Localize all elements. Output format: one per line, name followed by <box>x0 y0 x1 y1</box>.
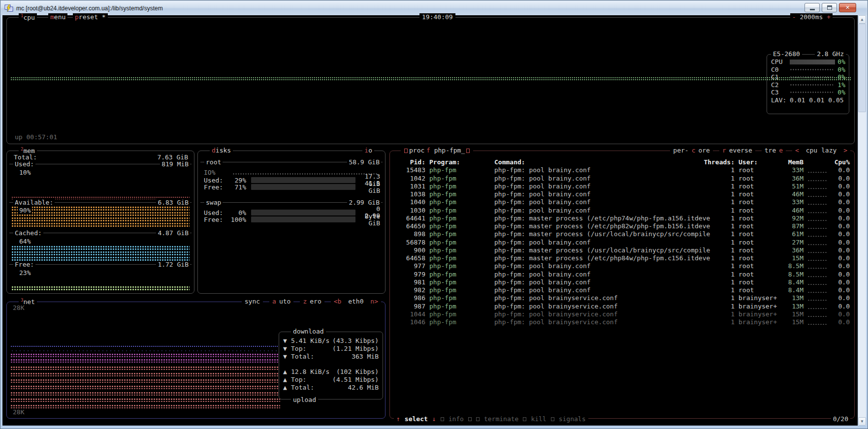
interface-next-button[interactable]: n> <box>369 298 380 305</box>
signals-button[interactable]: signals <box>559 415 586 423</box>
process-program: php-fpm <box>429 183 490 190</box>
upload-stat-row: ▲ Top: (4.51 Mibps) <box>283 376 379 384</box>
process-command: php-fpm: pool brainy.conf <box>494 271 709 278</box>
process-row[interactable]: 64650 php-fpm php-fpm: master process (/… <box>395 222 850 230</box>
interface-prev-button[interactable]: <b <box>332 298 343 305</box>
cpu-graph-spike <box>564 73 566 83</box>
process-row[interactable]: 898 php-fpm php-fpm: master process (/us… <box>395 230 850 238</box>
proc-box-label[interactable]: proc <box>401 147 426 154</box>
scroll-down-button[interactable]: ▼ <box>858 417 866 426</box>
process-mem-graph <box>807 323 827 325</box>
tree-toggle[interactable]: tree <box>762 147 786 154</box>
scrollbar-thumb[interactable] <box>858 24 866 112</box>
process-row[interactable]: 1044 php-fpm php-fpm: pool brainyservice… <box>395 310 850 318</box>
cpu-graph-spike <box>159 67 161 89</box>
process-row[interactable]: 981 php-fpm php-fpm: pool brainy.conf 1 … <box>395 278 850 286</box>
reverse-toggle[interactable]: reverse <box>719 147 755 154</box>
process-program: php-fpm <box>429 294 490 302</box>
process-row[interactable]: 900 php-fpm php-fpm: master process (/us… <box>395 246 850 254</box>
process-pid: 1042 <box>395 175 425 183</box>
auto-button[interactable]: auto <box>269 298 293 305</box>
net-download-spike <box>61 339 63 347</box>
cpu-graph-spike <box>359 69 361 87</box>
net-box: 3net sync auto zero <b eth0 n> 28K 28K <box>6 302 386 419</box>
filter-input[interactable]: php-fpm <box>434 147 461 154</box>
close-button[interactable]: ✕ <box>839 3 856 12</box>
cpu-box-label[interactable]: 1cpu <box>19 13 37 21</box>
download-arrow-icon: ▼ <box>283 337 291 345</box>
net-upload-spike <box>143 398 145 408</box>
process-row[interactable]: 1038 php-fpm php-fpm: pool brainy.conf 1… <box>395 190 850 198</box>
zero-button[interactable]: zero <box>300 298 324 305</box>
interface-switcher[interactable]: <b eth0 n> <box>331 298 381 305</box>
process-row[interactable]: 1046 php-fpm php-fpm: pool brainyservice… <box>395 318 850 326</box>
process-program: php-fpm <box>429 190 490 198</box>
filter-clear-icon[interactable] <box>466 149 470 153</box>
terminate-button[interactable]: terminate <box>484 415 518 423</box>
net-download-scatter <box>10 350 280 352</box>
process-row[interactable]: 987 php-fpm php-fpm: pool brainyservice.… <box>395 303 850 310</box>
process-row[interactable]: 64641 php-fpm php-fpm: master process (/… <box>395 214 850 222</box>
process-row[interactable]: 1031 php-fpm php-fpm: pool brainy.conf 1… <box>395 183 850 190</box>
filter-hotkey: f <box>426 147 430 154</box>
process-mem-graph <box>807 267 827 269</box>
select-up-icon[interactable]: ↑ <box>396 415 400 423</box>
process-row[interactable]: 986 php-fpm php-fpm: pool brainyservice.… <box>395 294 850 302</box>
cpu-graph-spike <box>151 64 153 92</box>
process-threads: 1 <box>713 310 735 318</box>
process-row[interactable]: 982 php-fpm php-fpm: pool brainy.conf 1 … <box>395 286 850 294</box>
interval-minus-button[interactable]: - <box>792 13 796 21</box>
process-row[interactable]: 15483 php-fpm php-fpm: pool brainy.conf … <box>395 166 850 174</box>
menu-button[interactable]: menu <box>48 13 67 21</box>
net-options: sync auto zero <b eth0 n> <box>242 298 381 305</box>
sort-next-button[interactable]: > <box>842 147 849 154</box>
net-download-spike <box>31 313 32 347</box>
process-row[interactable]: 64658 php-fpm php-fpm: master process (/… <box>395 254 850 262</box>
sort-selector[interactable]: < cpu lazy > <box>792 147 850 154</box>
process-row[interactable]: 979 php-fpm php-fpm: pool brainy.conf 1 … <box>395 271 850 278</box>
interval-plus-button[interactable]: + <box>827 13 831 21</box>
sort-prev-button[interactable]: < <box>794 147 801 154</box>
sync-button[interactable]: sync <box>242 298 263 305</box>
io-mode-button[interactable]: io <box>362 147 374 154</box>
cpu-graph-spike <box>322 73 324 83</box>
cpu-graph-spike <box>421 74 423 82</box>
process-cpu: 0.0 <box>833 198 850 206</box>
stat-value: (1.21 Mibps) <box>332 345 379 353</box>
scroll-up-button[interactable]: ▲ <box>858 15 866 24</box>
process-row[interactable]: 56878 php-fpm php-fpm: pool brainy.conf … <box>395 239 850 246</box>
process-filter[interactable]: f php-fpm_ <box>424 147 473 154</box>
process-user: root <box>739 198 782 206</box>
terminal[interactable]: 1cpu menu preset * 19:40:09 - 2000ms + E… <box>2 15 858 426</box>
process-threads: 1 <box>713 190 735 198</box>
stat-value: (43.3 Kibps) <box>332 337 379 345</box>
process-row[interactable]: 1030 php-fpm php-fpm: pool brainy.conf 1… <box>395 207 850 214</box>
process-mem: 15M <box>786 310 804 318</box>
process-program: php-fpm <box>429 278 490 286</box>
net-stats-rows: ▼ 5.41 KiB/s (43.3 Kibps) ▼ Top: (1.21 M… <box>279 332 383 392</box>
per-core-toggle[interactable]: per-core <box>670 147 713 154</box>
process-program: php-fpm <box>429 198 490 206</box>
disk-io-label: IO% <box>204 169 215 176</box>
select-button[interactable]: select <box>405 415 428 423</box>
cpu-row-label: CPU <box>771 58 790 65</box>
cpu-graph-spike <box>284 74 286 82</box>
maximize-button[interactable] <box>822 3 837 12</box>
info-button[interactable]: info <box>449 415 464 423</box>
kill-button[interactable]: kill <box>531 415 546 423</box>
minimize-button[interactable] <box>804 3 820 12</box>
process-command: php-fpm: pool brainyservice.conf <box>494 294 709 302</box>
preset-button[interactable]: preset * <box>73 13 108 21</box>
terminal-scrollbar[interactable]: ▲ ▼ <box>858 15 866 426</box>
process-command: php-fpm: master process (/usr/local/brai… <box>494 230 709 238</box>
select-down-icon[interactable]: ↓ <box>432 415 436 423</box>
process-row[interactable]: 1042 php-fpm php-fpm: pool brainy.conf 1… <box>395 175 850 183</box>
download-stat-row: ▼ 5.41 KiB/s (43.3 Kibps) <box>283 337 379 345</box>
process-row[interactable]: 977 php-fpm php-fpm: pool brainy.conf 1 … <box>395 262 850 270</box>
missing-glyph-icon <box>404 149 408 153</box>
process-row[interactable]: 1040 php-fpm php-fpm: pool brainy.conf 1… <box>395 198 850 206</box>
mem-free-label: Free: <box>13 261 35 268</box>
process-mem-graph <box>807 299 827 301</box>
cpu-graph-spike <box>64 73 65 83</box>
disks-box-label[interactable]: disks <box>210 147 233 154</box>
